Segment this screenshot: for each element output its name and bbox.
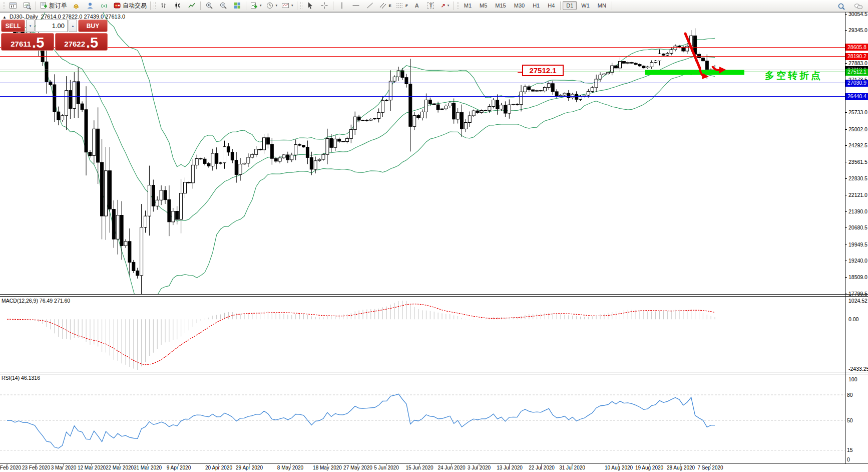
trendline-tool-icon[interactable] (363, 0, 377, 11)
cursor-tool-icon[interactable] (303, 0, 317, 11)
timeframe-button-M15[interactable]: M15 (492, 1, 509, 10)
svg-text:27883.0: 27883.0 (848, 60, 867, 66)
tile-windows-icon[interactable] (230, 0, 244, 11)
timeframe-button-MN[interactable]: MN (594, 1, 610, 10)
svg-text:21390.0: 21390.0 (848, 208, 867, 214)
market-depth-icon[interactable] (69, 0, 83, 11)
chevron-down-icon: ▾ (276, 4, 278, 8)
arrows-tool-icon[interactable]: ↗ ▾ (438, 0, 452, 11)
crosshair-tool-icon[interactable] (317, 0, 331, 11)
new-order-label: 新订单 (49, 2, 67, 10)
svg-text:22 Jul 2020: 22 Jul 2020 (529, 465, 555, 470)
text-label-tool-icon[interactable]: T (424, 0, 438, 11)
signals-icon[interactable] (97, 0, 111, 11)
zoom-out-icon[interactable] (216, 0, 230, 11)
svg-text:0: 0 (847, 456, 850, 462)
svg-text:25002.0: 25002.0 (848, 126, 867, 132)
autotrading-button[interactable]: 自动交易 (111, 0, 149, 11)
timeframe-button-D1[interactable]: D1 (563, 1, 577, 10)
timeframe-button-H1[interactable]: H1 (529, 1, 543, 10)
svg-text:1024.52: 1024.52 (848, 298, 867, 304)
fibonacci-tool-label: F (405, 4, 408, 8)
candlestick-series (6, 28, 716, 299)
chat-icon[interactable] (851, 1, 865, 12)
macd-axis[interactable]: 1024.520.00-2433.25 (848, 298, 868, 372)
svg-text:24 Jun 2020: 24 Jun 2020 (438, 465, 465, 470)
svg-text:22121.0: 22121.0 (848, 192, 867, 198)
svg-text:20 Apr 2020: 20 Apr 2020 (205, 465, 232, 470)
volume-decrease-button[interactable]: ▾ (26, 20, 35, 32)
rsi-axis[interactable]: 1008050150 (847, 376, 857, 462)
svg-text:29345.0: 29345.0 (848, 27, 867, 33)
sell-price[interactable]: 27611 .5 (1, 33, 54, 51)
fibonacci-tool-icon[interactable]: F (393, 0, 410, 11)
buy-price-main: 27622 (64, 39, 85, 49)
vertical-line-tool-icon[interactable] (335, 0, 349, 11)
volume-increase-button[interactable]: ▴ (69, 20, 77, 32)
buy-button[interactable]: BUY (78, 20, 108, 32)
svg-text:28605.8: 28605.8 (847, 44, 866, 50)
templates-icon[interactable]: ▾ (279, 0, 295, 11)
svg-text:23561.5: 23561.5 (848, 159, 867, 165)
svg-text:7 Sep 2020: 7 Sep 2020 (697, 465, 723, 470)
timeframe-button-W1[interactable]: W1 (578, 1, 593, 10)
sell-button[interactable]: SELL (1, 20, 25, 32)
chart-ohlc-readout: 27614.0 27822.0 27439.0 27613.0 (41, 14, 125, 20)
toolbar-drag-handle[interactable] (457, 2, 459, 10)
svg-text:100: 100 (848, 376, 857, 382)
svg-text:8 May 2020: 8 May 2020 (277, 465, 304, 470)
charts-window-icon[interactable] (6, 0, 20, 11)
chevron-down-icon: ▾ (291, 4, 293, 8)
svg-text:19949.5: 19949.5 (848, 242, 867, 248)
support-price-label[interactable]: 27512.1 (522, 65, 564, 76)
date-axis[interactable]: 13 Feb 202023 Feb 20203 Mar 202012 Mar 2… (0, 464, 723, 470)
toolbar-drag-handle[interactable] (3, 2, 5, 10)
sell-price-main: 27611 (11, 39, 31, 49)
bar-chart-type-icon[interactable] (157, 0, 171, 11)
turning-point-annotation[interactable]: 多空转折点 (765, 69, 822, 82)
rsi-label: RSI(14) 46.1316 (2, 375, 40, 381)
chart-header: ▲ DJ30-,Daily 27614.0 27822.0 27439.0 27… (3, 14, 125, 20)
highlight-rect-annotation[interactable] (645, 70, 744, 75)
autotrading-label: 自动交易 (123, 2, 147, 10)
buy-price[interactable]: 27622 .5 (55, 33, 108, 51)
indicators-icon[interactable]: ▾ (248, 0, 264, 11)
svg-text:28 Aug 2020: 28 Aug 2020 (667, 465, 695, 470)
community-icon[interactable] (83, 0, 97, 11)
rsi-line (7, 394, 715, 448)
timeframe-button-M5[interactable]: M5 (476, 1, 491, 10)
toolbar: 新订单 自动交易 ▾ ▾ ▾ (0, 0, 868, 12)
chart-canvas[interactable]: 30054.529345.027883.027173.525733.025002… (0, 0, 868, 472)
panel-separators[interactable] (0, 294, 868, 464)
rsi-levels (0, 395, 845, 450)
buy-price-pip: .5 (86, 36, 98, 49)
svg-text:19 Aug 2020: 19 Aug 2020 (635, 465, 664, 470)
bollinger-bands (7, 0, 715, 309)
svg-text:22 Mar 2020: 22 Mar 2020 (106, 465, 134, 470)
svg-text:31 Jul 2020: 31 Jul 2020 (559, 465, 585, 470)
toolbar-drag-handle[interactable] (300, 2, 302, 10)
new-order-button[interactable]: 新订单 (38, 0, 69, 11)
svg-text:50: 50 (847, 417, 853, 423)
horizontal-line-tool-icon[interactable] (349, 0, 363, 11)
svg-text:15: 15 (847, 447, 853, 453)
channel-tool-icon[interactable]: E (377, 0, 393, 11)
svg-text:27 May 2020: 27 May 2020 (343, 465, 372, 470)
search-icon[interactable] (834, 1, 848, 12)
toolbar-drag-handle[interactable] (153, 2, 156, 10)
svg-text:27512.1: 27512.1 (847, 69, 866, 75)
profiles-icon[interactable] (20, 0, 34, 11)
zoom-in-icon[interactable] (202, 0, 216, 11)
candlestick-chart-type-icon[interactable] (171, 0, 185, 11)
svg-text:28190.2: 28190.2 (847, 53, 866, 59)
timeframe-button-M1[interactable]: M1 (461, 1, 475, 10)
timeframes-icon[interactable]: ▾ (264, 0, 280, 11)
collapse-one-click-icon[interactable]: ▲ (3, 15, 7, 20)
line-chart-type-icon[interactable] (185, 0, 199, 11)
text-tool-icon[interactable]: A (410, 0, 424, 11)
timeframe-button-M30[interactable]: M30 (511, 1, 528, 10)
svg-text:18509.0: 18509.0 (848, 274, 867, 280)
svg-text:80: 80 (847, 392, 853, 398)
timeframe-button-H4[interactable]: H4 (544, 1, 558, 10)
volume-input[interactable]: 1.00 (36, 20, 68, 32)
